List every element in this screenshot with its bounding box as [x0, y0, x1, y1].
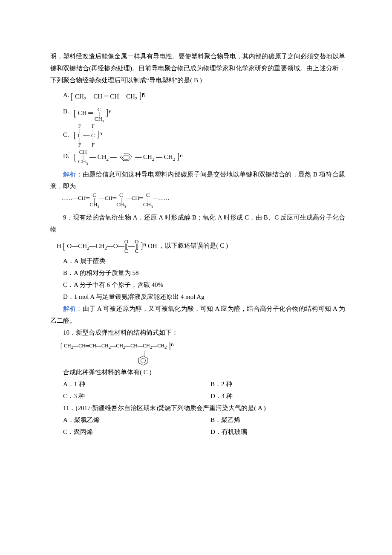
q8-option-c: C. F|C|F — F|C|F n̅ — [50, 123, 345, 148]
q10-optC: C．3 种 — [50, 390, 198, 402]
q10-stem2: 合成此种弹性材料的单体有( C ) — [50, 366, 345, 378]
svg-marker-0 — [120, 154, 132, 161]
q11-optD: D．有机玻璃 — [198, 426, 345, 438]
benzene-icon — [118, 153, 134, 162]
q8-option-d: D. CH|CH3 — CH2 — — CH2 — CH2 n̅ — [50, 149, 345, 166]
q9-optB: B．A 的相对分子质量为 58 — [50, 267, 345, 279]
q10-formula: CH2—CH═CH—CH2—CH2—CH—CH2—CH2 n̅ | — [50, 340, 345, 366]
q11-stem: 11．(2017·新疆维吾尔自治区期末)焚烧下列物质会严重污染大气的是( A ) — [50, 402, 345, 414]
benzene-icon — [137, 355, 149, 366]
q8-optD-formula: CH|CH3 — CH2 — — CH2 — CH2 n̅ — [74, 153, 183, 160]
q11-optA: A．聚氯乙烯 — [50, 414, 198, 426]
q10-optD: D．4 种 — [198, 390, 345, 402]
svg-marker-2 — [138, 356, 148, 365]
q8-optA-label: A. — [63, 92, 69, 98]
q8-explanation: 解析：由题给信息可知这种导电塑料内部碳原子间是交替地以单键和双键结合的，显然 B… — [50, 168, 345, 192]
q8-optC-label: C. — [63, 131, 69, 138]
q11-options-row1: A．聚氯乙烯 B．聚乙烯 — [50, 414, 345, 426]
q9-optC: C．A 分子中有 6 个原子，含碳 40% — [50, 279, 345, 291]
q10-optA: A．1 种 — [50, 378, 198, 390]
q9-stem2-tail: ，以下叙述错误的是( C ) — [159, 242, 228, 249]
svg-point-3 — [141, 358, 146, 363]
q8-option-a: A. CH2 — CH ═ CH — CH2 n̅ — [50, 88, 345, 104]
q9-explain-text: 由于 A 可被还原为醇，又可被氧化为酸，可知 A 应为醛，结合高分子化合物的结构… — [50, 305, 345, 324]
q11-optB: B．聚乙烯 — [198, 414, 345, 426]
q9-optD: D．1 mol A 与足量银氨溶液反应能还原出 4 mol Ag — [50, 291, 345, 303]
q8-option-b: B. CH ═ C|CH3 n̅ — [50, 105, 345, 122]
page: 明，塑料经改造后能像金属一样具有导电性。要使塑料聚合物导电，其内部的碳原子之间必… — [0, 0, 392, 555]
q8-optA-formula: CH2 — CH ═ CH — CH2 n̅ — [71, 93, 145, 100]
q9-stem1: 9．现有烃的含氧衍生物 A，还原 A 时形成醇 B；氧化 A 时形成 C，由 B… — [50, 211, 345, 235]
q11-options-row2: C．聚丙烯 D．有机玻璃 — [50, 426, 345, 438]
explain-label: 解析： — [63, 305, 83, 312]
q8-optB-label: B. — [63, 108, 69, 115]
q10-options-row1: A．1 种 B．2 种 — [50, 378, 345, 390]
q11-optC: C．聚丙烯 — [50, 426, 198, 438]
intro-paragraph: 明，塑料经改造后能像金属一样具有导电性。要使塑料聚合物导电，其内部的碳原子之间必… — [50, 50, 345, 86]
q10-optB: B．2 种 — [198, 378, 345, 390]
q8-optC-formula: F|C|F — F|C|F n̅ — [74, 131, 102, 138]
explain-label: 解析： — [63, 171, 83, 178]
q9-explanation: 解析：由于 A 可被还原为醇，又可被氧化为酸，可知 A 应为醛，结合高分子化合物… — [50, 303, 345, 327]
q10-stem: 10．新型合成弹性材料的结构简式如下： — [50, 327, 345, 338]
q9-polymer-formula: H O—CH2—CH2—O—O‖C—O‖C n̅ OH ，以下叙述错误的是( C… — [50, 238, 345, 254]
q8-optB-formula: CH ═ C|CH3 n̅ — [74, 110, 112, 116]
q8-optD-label: D. — [63, 153, 69, 159]
q9-optA: A．A 属于醛类 — [50, 255, 345, 267]
q8-explain-text: 由题给信息可知这种导电塑料内部碳原子间是交替地以单键和双键结合的，显然 B 项符… — [50, 171, 345, 190]
svg-marker-1 — [122, 155, 130, 159]
q10-options-row2: C．3 种 D．4 种 — [50, 390, 345, 402]
q8-explain-formula: ……—CH═C|CH3—CH═C|CH3—CH═C|CH3—…… — [50, 192, 345, 210]
